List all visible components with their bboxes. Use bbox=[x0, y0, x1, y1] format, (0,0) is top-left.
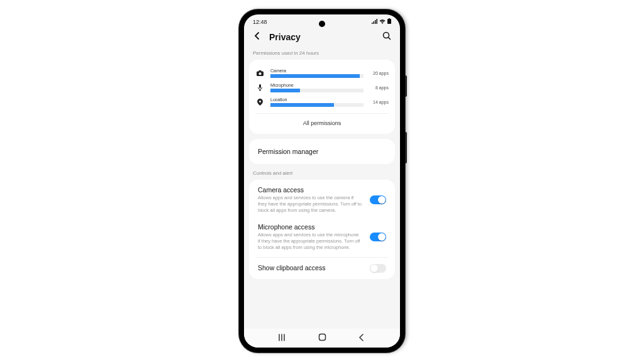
control-title: Show clipboard access bbox=[258, 264, 362, 272]
screen: 12:48 Privacy Permissions used in 24 hou… bbox=[244, 14, 400, 348]
clock: 12:48 bbox=[253, 19, 267, 25]
usage-count: 20 apps bbox=[370, 71, 389, 75]
battery-icon bbox=[387, 18, 391, 25]
recents-icon[interactable] bbox=[279, 332, 287, 344]
camera-icon bbox=[255, 70, 264, 76]
controls-section-label: Controls and alert bbox=[244, 169, 400, 180]
usage-row-camera[interactable]: Camera 20 apps bbox=[255, 66, 389, 80]
usage-row-location[interactable]: Location 14 apps bbox=[255, 95, 389, 109]
usage-label: Camera bbox=[270, 69, 364, 73]
svg-rect-8 bbox=[319, 334, 326, 341]
location-icon bbox=[255, 99, 264, 106]
control-title: Microphone access bbox=[258, 223, 362, 231]
usage-section-label: Permissions used in 24 hours bbox=[244, 49, 400, 60]
usage-row-microphone[interactable]: Microphone 8 apps bbox=[255, 80, 389, 95]
front-camera bbox=[319, 21, 325, 27]
usage-bar bbox=[270, 74, 360, 78]
app-header: Privacy bbox=[244, 26, 400, 49]
signal-icon bbox=[372, 19, 377, 25]
usage-bar bbox=[270, 103, 334, 107]
back-nav-icon[interactable] bbox=[358, 332, 365, 344]
back-icon[interactable] bbox=[253, 31, 262, 43]
permissions-usage-card: Camera 20 apps Microphone 8 apps bbox=[249, 60, 395, 134]
page-title: Privacy bbox=[269, 32, 375, 42]
home-icon[interactable] bbox=[318, 332, 326, 344]
svg-point-7 bbox=[259, 101, 261, 102]
control-desc: Allows apps and services to use the came… bbox=[258, 195, 362, 213]
clipboard-access-row[interactable]: Show clipboard access bbox=[255, 257, 389, 278]
usage-label: Location bbox=[270, 97, 364, 102]
microphone-access-toggle[interactable] bbox=[370, 233, 386, 241]
content-scroll[interactable]: Permissions used in 24 hours Camera 20 a… bbox=[244, 49, 400, 329]
svg-rect-1 bbox=[389, 18, 390, 19]
all-permissions-button[interactable]: All permissions bbox=[255, 113, 389, 128]
svg-point-5 bbox=[258, 72, 261, 75]
volume-button[interactable] bbox=[405, 75, 407, 97]
usage-label: Microphone bbox=[270, 83, 364, 87]
permission-manager-button[interactable]: Permission manager bbox=[255, 140, 389, 163]
search-icon[interactable] bbox=[382, 31, 391, 43]
usage-count: 14 apps bbox=[370, 100, 389, 104]
camera-access-toggle[interactable] bbox=[370, 195, 386, 204]
microphone-icon bbox=[255, 84, 264, 91]
usage-bar bbox=[270, 89, 300, 92]
wifi-icon bbox=[379, 19, 386, 25]
svg-rect-4 bbox=[258, 70, 261, 72]
usage-count: 8 apps bbox=[370, 85, 389, 90]
permission-manager-card: Permission manager bbox=[249, 139, 395, 164]
power-button[interactable] bbox=[405, 132, 407, 163]
control-title: Camera access bbox=[258, 186, 362, 194]
clipboard-access-toggle[interactable] bbox=[370, 264, 386, 273]
svg-rect-0 bbox=[387, 19, 391, 24]
microphone-access-row[interactable]: Microphone access Allows apps and servic… bbox=[255, 218, 389, 255]
navigation-bar bbox=[244, 329, 400, 348]
phone-frame: 12:48 Privacy Permissions used in 24 hou… bbox=[239, 9, 405, 353]
control-desc: Allows apps and services to use the micr… bbox=[258, 232, 362, 250]
controls-card: Camera access Allows apps and services t… bbox=[249, 180, 395, 279]
camera-access-row[interactable]: Camera access Allows apps and services t… bbox=[255, 181, 389, 218]
svg-rect-6 bbox=[259, 84, 261, 88]
